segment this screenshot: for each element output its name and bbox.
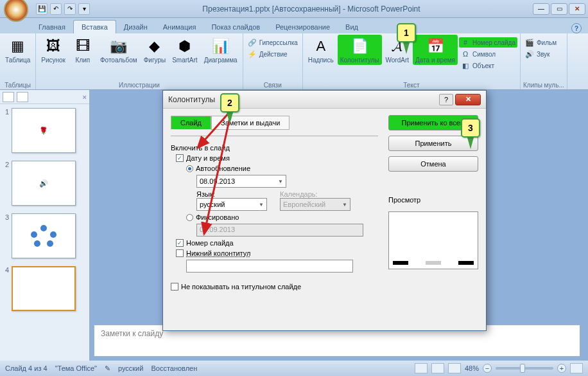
dialog-titlebar[interactable]: Колонтитулы ? ✕ <box>163 91 486 109</box>
action-icon: ⚡ <box>248 49 257 58</box>
status-lang[interactable]: русский <box>118 364 143 372</box>
outline-tab-icon[interactable] <box>17 92 28 102</box>
shapes-button[interactable]: ◆ Фигуры <box>141 35 168 65</box>
preview-footer-center <box>426 261 441 265</box>
tab-slideshow[interactable]: Показ слайдов <box>203 21 268 33</box>
dialog-tab-slide[interactable]: Слайд <box>171 116 211 130</box>
hyperlink-button[interactable]: 🔗 Гиперссылка <box>246 37 300 48</box>
album-icon: 📷 <box>108 36 129 57</box>
save-icon[interactable]: 💾 <box>36 3 48 15</box>
symbol-icon: Ω <box>461 49 470 58</box>
symbol-button[interactable]: Ω Символ <box>459 49 517 59</box>
thumb-4[interactable]: 4 <box>0 262 89 315</box>
lang-cal-row: Язык: русский ▼ Календарь: Европейский ▼ <box>196 190 378 211</box>
dialog-tab-notes[interactable]: Заметки и выдачи <box>211 116 290 130</box>
close-button[interactable]: ✕ <box>569 3 585 15</box>
tab-review[interactable]: Рецензирование <box>268 21 338 33</box>
normal-view-button[interactable] <box>415 363 428 373</box>
thumb-2[interactable]: 2 🔊 <box>0 157 89 210</box>
thumb-3[interactable]: 3 <box>0 210 89 262</box>
slidenum-checkbox-row[interactable]: ✓ Номер слайда <box>176 239 378 247</box>
fit-button[interactable] <box>570 363 583 373</box>
cal-combo: Европейский ▼ <box>280 198 350 211</box>
dialog-title: Колонтитулы <box>168 95 439 104</box>
fixed-text-row: 08.09.2013 <box>196 224 378 237</box>
footer-text-row <box>186 260 378 273</box>
cal-label: Календарь: <box>280 190 350 198</box>
thumb-1[interactable]: 1 🌹 <box>0 104 89 157</box>
undo-icon[interactable]: ↶ <box>50 3 62 15</box>
clip-button[interactable]: 🎞 Клип <box>69 35 96 65</box>
help-icon[interactable]: ? <box>571 23 582 33</box>
clip-icon: 🎞 <box>73 36 93 57</box>
action-button[interactable]: ⚡ Действие <box>246 49 300 59</box>
chart-button[interactable]: 📊 Диаграмма <box>202 35 240 65</box>
zoom-thumb[interactable] <box>520 364 525 373</box>
ribbon-tabstrip: Главная Вставка Дизайн Анимация Показ сл… <box>0 18 588 33</box>
object-button[interactable]: ◧ Объект <box>459 60 517 71</box>
fixed-radio-row[interactable]: Фиксировано <box>186 213 378 221</box>
office-button[interactable] <box>4 0 28 22</box>
restore-button[interactable]: ▭ <box>551 3 567 15</box>
zoom-slider[interactable] <box>496 367 553 370</box>
datetime-checkbox-row[interactable]: ✓ Дату и время <box>176 154 378 162</box>
zoom-out-button[interactable]: − <box>483 364 492 373</box>
thumb-2-preview: 🔊 <box>12 161 76 206</box>
thumb-4-preview <box>12 266 76 311</box>
callout-1: 1 <box>397 23 416 42</box>
lang-label: Язык: <box>196 190 267 198</box>
lang-combo[interactable]: русский ▼ <box>196 198 267 211</box>
svg-point-4 <box>40 225 47 231</box>
headerfooter-button[interactable]: 📄 Колонтитулы <box>338 35 382 65</box>
table-button[interactable]: ▦ Таблица <box>3 35 33 65</box>
svg-point-7 <box>34 240 40 247</box>
apply-button[interactable]: Применить <box>388 136 478 151</box>
preview-label: Просмотр <box>388 196 478 204</box>
dialog-tabs: Слайд Заметки и выдачи <box>171 115 378 129</box>
noshow-checkbox-row[interactable]: Не показывать на титульном слайде <box>171 283 378 291</box>
sound-icon: 🔊 <box>525 49 534 58</box>
svg-point-5 <box>31 231 37 238</box>
tab-home[interactable]: Главная <box>31 21 73 33</box>
qat-menu-icon[interactable]: ▾ <box>78 3 90 15</box>
footer-checkbox-row[interactable]: Нижний колонтитул <box>176 249 378 257</box>
svg-point-8 <box>47 240 53 247</box>
datetime-icon: 📅 <box>425 36 445 57</box>
auto-radio-row[interactable]: Автообновление <box>186 165 378 172</box>
picture-button[interactable]: 🖼 Рисунок <box>39 35 68 65</box>
status-proofing-icon[interactable]: ✎ <box>105 364 110 373</box>
textbox-button[interactable]: A Надпись <box>306 35 336 65</box>
window-controls: — ▭ ✕ <box>533 3 585 15</box>
tab-animation[interactable]: Анимация <box>155 21 204 33</box>
thumbnails-tabs: × <box>0 90 89 104</box>
preview-box <box>388 211 478 269</box>
sound-button[interactable]: 🔊 Звук <box>523 49 558 59</box>
dialog-close-button[interactable]: ✕ <box>455 94 481 105</box>
slideshow-view-button[interactable] <box>448 363 461 373</box>
textbox-icon: A <box>311 36 331 57</box>
hyperlink-icon: 🔗 <box>248 38 257 47</box>
dialog-right: Применить ко всем Применить Отмена Просм… <box>388 115 478 324</box>
sorter-view-button[interactable] <box>431 363 444 373</box>
minimize-button[interactable]: — <box>533 3 549 15</box>
group-media: 🎬 Фильм 🔊 Звук Клипы муль... <box>521 33 567 89</box>
tab-view[interactable]: Вид <box>338 21 366 33</box>
footer-textbox[interactable] <box>186 260 353 273</box>
cancel-button[interactable]: Отмена <box>388 156 478 172</box>
datetime-button[interactable]: 📅 Дата и время <box>413 35 458 65</box>
radio-icon <box>186 214 193 221</box>
thumb-1-preview: 🌹 <box>12 108 76 153</box>
smartart-button[interactable]: ⬢ SmartArt <box>169 35 200 65</box>
dialog-help-button[interactable]: ? <box>439 94 453 105</box>
thumbnails-close-icon[interactable]: × <box>83 93 87 101</box>
album-button[interactable]: 📷 Фотоальбом <box>98 35 140 65</box>
movie-button[interactable]: 🎬 Фильм <box>523 37 558 48</box>
redo-icon[interactable]: ↷ <box>64 3 76 15</box>
date-combo[interactable]: 08.09.2013 ▼ <box>196 175 286 188</box>
zoom-value[interactable]: 48% <box>465 364 479 372</box>
slides-tab-icon[interactable] <box>3 92 14 102</box>
tab-insert[interactable]: Вставка <box>73 20 116 33</box>
zoom-in-button[interactable]: + <box>557 364 566 373</box>
slidenum-button[interactable]: # Номер слайда <box>459 37 517 48</box>
tab-design[interactable]: Дизайн <box>116 21 155 33</box>
